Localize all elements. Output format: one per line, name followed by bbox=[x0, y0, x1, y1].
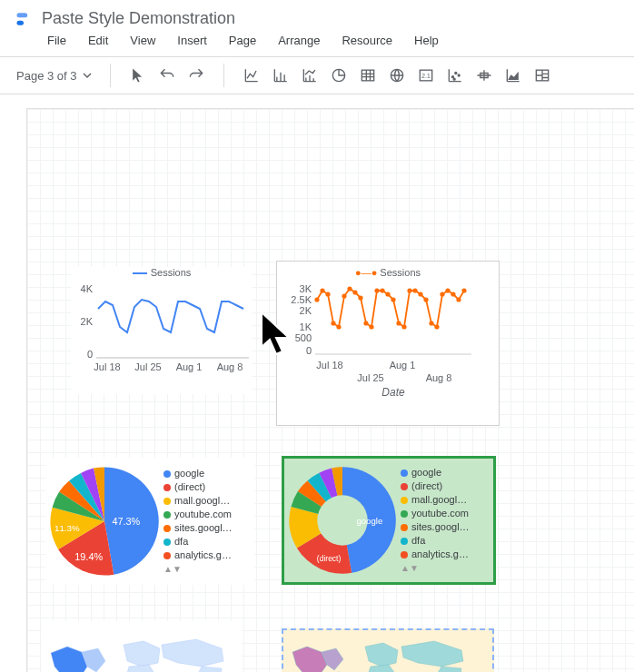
svg-text:Jul 18: Jul 18 bbox=[316, 360, 342, 371]
chart-pie-2[interactable]: google (direct) google (direct) mall.goo… bbox=[282, 456, 496, 585]
chart-time-series-2[interactable]: ●—● Sessions 3K 2.5K 2K 1K 500 0 Jul 18 … bbox=[276, 261, 500, 426]
menu-file[interactable]: File bbox=[47, 34, 66, 47]
svg-point-41 bbox=[391, 297, 395, 301]
svg-point-30 bbox=[331, 321, 335, 325]
chart-geo-1[interactable]: 1 37,480 bbox=[42, 621, 242, 672]
svg-text:4K: 4K bbox=[81, 283, 94, 294]
svg-text:2.1: 2.1 bbox=[421, 73, 431, 79]
svg-text:2.5K: 2.5K bbox=[291, 294, 312, 305]
svg-point-32 bbox=[342, 293, 346, 298]
doc-title[interactable]: Paste Style Demonstration bbox=[42, 9, 235, 28]
svg-text:Aug 1: Aug 1 bbox=[176, 361, 203, 372]
menu-insert[interactable]: Insert bbox=[177, 34, 207, 47]
svg-point-40 bbox=[385, 292, 390, 296]
redo-button[interactable] bbox=[182, 61, 211, 90]
menu-page[interactable]: Page bbox=[229, 34, 256, 47]
select-tool[interactable] bbox=[124, 61, 153, 90]
svg-point-42 bbox=[396, 321, 401, 325]
svg-text:2K: 2K bbox=[300, 305, 312, 316]
svg-point-37 bbox=[369, 324, 373, 329]
svg-text:19.4%: 19.4% bbox=[74, 551, 103, 562]
svg-text:Jul 18: Jul 18 bbox=[94, 361, 120, 372]
geo-chart-icon[interactable] bbox=[382, 61, 411, 90]
svg-point-28 bbox=[320, 288, 324, 292]
bullet-chart-icon[interactable] bbox=[470, 61, 499, 90]
svg-text:3K: 3K bbox=[300, 283, 312, 294]
pie-legend: google (direct) mall.googl… youtube.com … bbox=[163, 467, 233, 576]
svg-point-9 bbox=[458, 74, 460, 76]
menu-resource[interactable]: Resource bbox=[342, 34, 392, 47]
svg-rect-1 bbox=[17, 20, 25, 25]
svg-point-43 bbox=[401, 324, 406, 329]
svg-point-10 bbox=[453, 78, 455, 80]
svg-text:Jul 25: Jul 25 bbox=[357, 372, 383, 383]
svg-point-45 bbox=[412, 288, 417, 292]
svg-text:Aug 1: Aug 1 bbox=[390, 360, 416, 371]
page-selector[interactable]: Page 3 of 3 bbox=[11, 69, 97, 83]
svg-point-29 bbox=[325, 292, 330, 296]
line-chart-icon[interactable] bbox=[237, 61, 266, 90]
svg-point-53 bbox=[456, 297, 461, 301]
svg-point-52 bbox=[451, 292, 455, 296]
pager-icon[interactable]: ▲▼ bbox=[163, 562, 233, 576]
menu-edit[interactable]: Edit bbox=[88, 34, 108, 47]
pie-chart-icon[interactable] bbox=[324, 61, 353, 90]
undo-button[interactable] bbox=[153, 61, 182, 90]
svg-point-48 bbox=[429, 321, 433, 325]
svg-rect-0 bbox=[17, 13, 28, 17]
svg-text:11.3%: 11.3% bbox=[54, 523, 80, 533]
svg-point-27 bbox=[314, 297, 319, 301]
svg-point-46 bbox=[418, 292, 422, 296]
svg-text:Jul 25: Jul 25 bbox=[134, 361, 161, 372]
svg-rect-3 bbox=[362, 70, 373, 81]
pie-legend-2: google (direct) mall.googl… youtube.com … bbox=[401, 466, 470, 575]
pager-icon[interactable]: ▲▼ bbox=[401, 561, 470, 575]
menu-arrange[interactable]: Arrange bbox=[278, 34, 320, 47]
svg-text:1K: 1K bbox=[300, 321, 312, 332]
svg-point-49 bbox=[434, 324, 439, 329]
chart-time-series-1[interactable]: Sessions 4K 2K 0 Jul 18 Jul 25 Aug 1 Aug… bbox=[71, 267, 253, 394]
chart-geo-2[interactable]: 1 37,480 bbox=[282, 628, 494, 672]
svg-text:0: 0 bbox=[306, 345, 312, 356]
svg-point-47 bbox=[423, 297, 428, 301]
menu-help[interactable]: Help bbox=[414, 34, 439, 47]
chevron-down-icon bbox=[83, 71, 92, 80]
line-swatch-icon bbox=[133, 272, 147, 274]
svg-point-31 bbox=[336, 324, 341, 329]
treemap-icon[interactable] bbox=[528, 61, 557, 90]
svg-point-33 bbox=[347, 286, 352, 291]
svg-point-44 bbox=[407, 288, 411, 292]
svg-text:2K: 2K bbox=[81, 316, 94, 327]
svg-text:(direct): (direct) bbox=[317, 554, 342, 563]
svg-point-35 bbox=[358, 295, 362, 300]
menu-view[interactable]: View bbox=[130, 34, 155, 47]
svg-point-54 bbox=[461, 288, 466, 292]
scatter-chart-icon[interactable] bbox=[441, 61, 470, 90]
svg-text:0: 0 bbox=[87, 349, 93, 360]
area-chart-icon[interactable] bbox=[499, 61, 528, 90]
svg-point-8 bbox=[454, 73, 456, 74]
scorecard-icon[interactable]: 2.1 bbox=[411, 61, 441, 90]
svg-text:47.3%: 47.3% bbox=[112, 516, 140, 527]
svg-text:Date: Date bbox=[381, 386, 405, 399]
chart-pie-1[interactable]: 47.3% 19.4% 11.3% google (direct) mall.g… bbox=[45, 458, 254, 585]
bar-chart-icon[interactable] bbox=[266, 61, 295, 90]
svg-point-50 bbox=[440, 292, 444, 296]
svg-text:Aug 8: Aug 8 bbox=[217, 361, 243, 372]
svg-point-51 bbox=[445, 288, 450, 292]
svg-text:500: 500 bbox=[295, 332, 312, 343]
svg-point-36 bbox=[363, 321, 368, 325]
svg-point-39 bbox=[380, 288, 384, 292]
svg-text:Aug 8: Aug 8 bbox=[426, 372, 452, 383]
svg-point-38 bbox=[374, 288, 379, 292]
svg-point-7 bbox=[451, 76, 453, 78]
app-logo bbox=[15, 10, 33, 28]
svg-text:google: google bbox=[356, 516, 382, 526]
table-icon[interactable] bbox=[353, 61, 382, 90]
svg-point-34 bbox=[352, 290, 357, 294]
menubar: File Edit View Insert Page Arrange Resou… bbox=[15, 28, 619, 53]
combo-chart-icon[interactable] bbox=[295, 61, 324, 90]
